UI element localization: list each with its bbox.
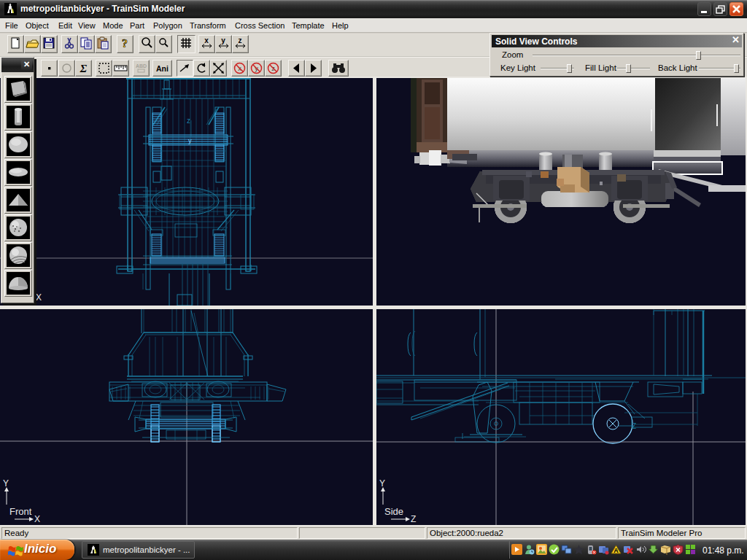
svg-text:Σ: Σ (80, 63, 88, 74)
svg-text:Side: Side (384, 506, 403, 517)
svg-text:Z: Z (632, 422, 636, 430)
svg-text:x: x (204, 36, 209, 44)
svg-text:X: X (34, 514, 40, 524)
svg-text:Y: Y (3, 478, 9, 489)
svg-text:Front: Front (9, 506, 32, 517)
svg-text:y: y (221, 36, 225, 44)
svg-text:?: ? (122, 37, 128, 50)
svg-text:y: y (188, 137, 192, 144)
svg-text:Y: Y (379, 478, 385, 489)
svg-text:z: z (239, 36, 242, 44)
svg-text:ABD: ABD (136, 63, 147, 69)
svg-text:Z: Z (411, 514, 416, 524)
svg-text:A: A (614, 547, 619, 554)
svg-text:Ani: Ani (156, 64, 169, 73)
svg-text:z: z (187, 117, 190, 125)
svg-text:X: X (36, 292, 42, 303)
